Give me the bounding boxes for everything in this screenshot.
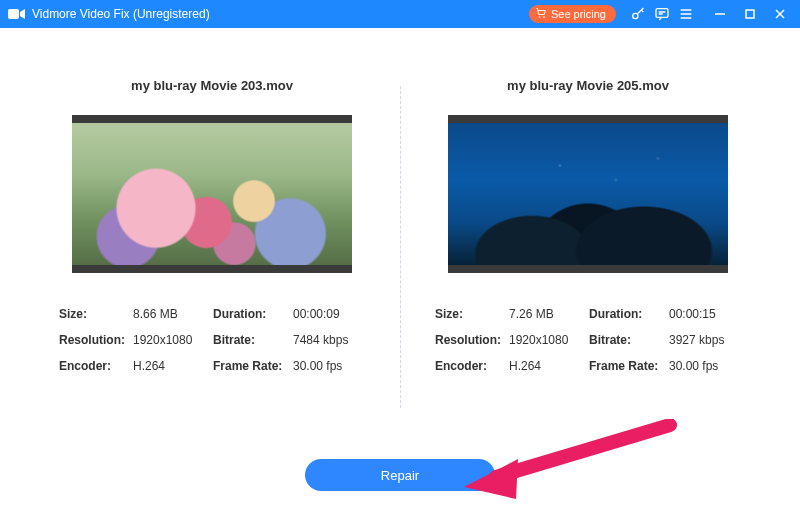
bitrate-value: 3927 kbps	[669, 333, 741, 347]
resolution-label: Resolution:	[59, 333, 133, 347]
key-icon[interactable]	[626, 2, 650, 26]
resolution-value: 1920x1080	[133, 333, 213, 347]
encoder-label: Encoder:	[435, 359, 509, 373]
size-label: Size:	[59, 307, 133, 321]
maximize-button[interactable]	[738, 2, 762, 26]
duration-value: 00:00:15	[669, 307, 741, 321]
feedback-icon[interactable]	[650, 2, 674, 26]
pane-divider	[400, 86, 401, 408]
svg-rect-4	[656, 9, 668, 18]
left-filename: my blu-ray Movie 203.mov	[131, 78, 293, 93]
app-title: Vidmore Video Fix (Unregistered)	[32, 7, 210, 21]
right-pane: my blu-ray Movie 205.mov Size: 7.26 MB D…	[400, 78, 776, 448]
framerate-value: 30.00 fps	[669, 359, 741, 373]
bitrate-label: Bitrate:	[213, 333, 293, 347]
see-pricing-label: See pricing	[551, 8, 606, 20]
repair-button[interactable]: Repair	[305, 459, 495, 491]
encoder-value: H.264	[133, 359, 213, 373]
right-video-thumbnail[interactable]	[448, 115, 728, 273]
duration-label: Duration:	[213, 307, 293, 321]
right-metadata: Size: 7.26 MB Duration: 00:00:15 Resolut…	[435, 307, 741, 373]
size-value: 7.26 MB	[509, 307, 589, 321]
encoder-value: H.264	[509, 359, 589, 373]
framerate-label: Frame Rate:	[589, 359, 669, 373]
bitrate-label: Bitrate:	[589, 333, 669, 347]
app-logo-icon	[8, 7, 26, 21]
encoder-label: Encoder:	[59, 359, 133, 373]
duration-label: Duration:	[589, 307, 669, 321]
framerate-label: Frame Rate:	[213, 359, 293, 373]
framerate-value: 30.00 fps	[293, 359, 365, 373]
svg-rect-6	[746, 10, 754, 18]
svg-point-2	[543, 17, 544, 18]
menu-icon[interactable]	[674, 2, 698, 26]
main-content: my blu-ray Movie 203.mov Size: 8.66 MB D…	[0, 28, 800, 448]
resolution-label: Resolution:	[435, 333, 509, 347]
size-value: 8.66 MB	[133, 307, 213, 321]
left-thumbnail-image	[72, 123, 352, 265]
footer: Repair	[0, 459, 800, 491]
close-button[interactable]	[768, 2, 792, 26]
left-metadata: Size: 8.66 MB Duration: 00:00:09 Resolut…	[59, 307, 365, 373]
right-filename: my blu-ray Movie 205.mov	[507, 78, 669, 93]
bitrate-value: 7484 kbps	[293, 333, 365, 347]
resolution-value: 1920x1080	[509, 333, 589, 347]
right-thumbnail-image	[448, 123, 728, 265]
svg-rect-0	[8, 9, 19, 19]
left-pane: my blu-ray Movie 203.mov Size: 8.66 MB D…	[24, 78, 400, 448]
left-video-thumbnail[interactable]	[72, 115, 352, 273]
minimize-button[interactable]	[708, 2, 732, 26]
svg-point-3	[633, 13, 638, 18]
duration-value: 00:00:09	[293, 307, 365, 321]
svg-point-1	[539, 17, 540, 18]
cart-icon	[535, 7, 547, 21]
size-label: Size:	[435, 307, 509, 321]
titlebar: Vidmore Video Fix (Unregistered) See pri…	[0, 0, 800, 28]
see-pricing-button[interactable]: See pricing	[529, 5, 616, 23]
